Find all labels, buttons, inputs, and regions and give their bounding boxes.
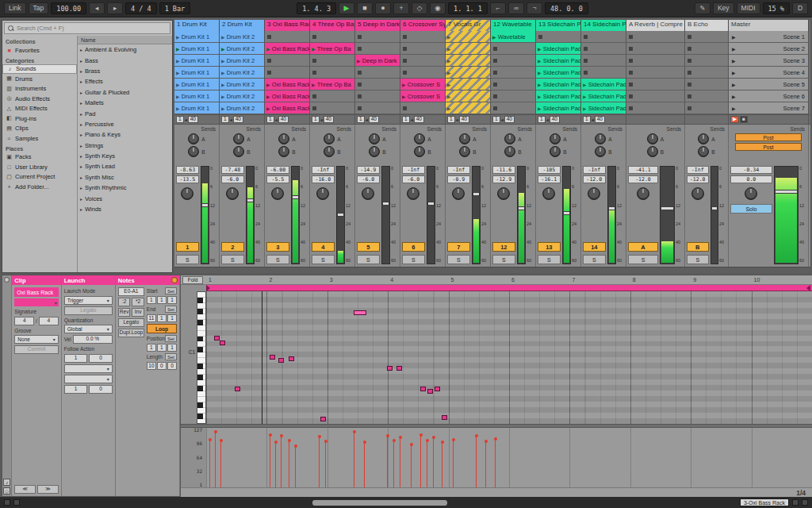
clip-play-icon[interactable]: ▶ bbox=[583, 106, 587, 111]
track-activator[interactable]: A bbox=[628, 242, 658, 252]
empty-slot-12-5[interactable] bbox=[491, 79, 536, 90]
expand-arrow-icon[interactable]: ▸ bbox=[80, 175, 82, 180]
clip-play-icon[interactable]: ▶ bbox=[221, 34, 225, 40]
beat-time-ruler[interactable]: Fold 12345678910 bbox=[181, 275, 812, 285]
link-button[interactable]: Link bbox=[4, 2, 26, 14]
expand-arrow-icon[interactable]: ▸ bbox=[80, 132, 82, 137]
list-item-synth-keys[interactable]: ▸Synth Keys bbox=[78, 151, 172, 161]
empty-slot-a-3[interactable] bbox=[626, 55, 685, 67]
stop-all-clips-button[interactable]: ■ bbox=[740, 116, 748, 123]
track-header-3[interactable]: 3 Oxi Bass Rack bbox=[265, 20, 310, 31]
session-horizontal-scrollbar[interactable] bbox=[174, 267, 810, 273]
volume-fader[interactable] bbox=[472, 166, 481, 264]
clip-slot-13-7[interactable]: ▶Sidechain Pad bbox=[536, 102, 581, 114]
send-knob-b[interactable] bbox=[595, 146, 606, 157]
clip-slot-1-1[interactable]: ▶Drum Kit 1 bbox=[174, 31, 220, 43]
clip-slot-1-7[interactable]: ▶Drum Kit 1 bbox=[174, 102, 220, 114]
midi-note[interactable] bbox=[396, 366, 402, 371]
list-item-brass[interactable]: ▸Brass bbox=[78, 66, 172, 76]
quantization-menu[interactable]: 1 Bar bbox=[159, 2, 191, 14]
sidebar-item-audio-effects[interactable]: ◎Audio Effects bbox=[2, 94, 77, 104]
io-value-box[interactable]: 40 bbox=[550, 116, 560, 123]
start-bar-field[interactable]: 1 bbox=[147, 296, 156, 304]
midi-channel-box[interactable]: 1 bbox=[312, 116, 320, 123]
empty-slot-b-1[interactable] bbox=[685, 31, 729, 43]
expand-arrow-icon[interactable]: ▸ bbox=[80, 47, 82, 52]
notes-box-icon[interactable]: ♪ bbox=[3, 479, 10, 486]
velocity-stem[interactable] bbox=[270, 435, 270, 487]
empty-slot-4-6[interactable] bbox=[310, 90, 355, 102]
empty-slot-5-5[interactable] bbox=[355, 79, 400, 90]
empty-slot-5-7[interactable] bbox=[355, 102, 400, 114]
white-key[interactable] bbox=[197, 303, 205, 309]
empty-slot-6-2[interactable] bbox=[400, 43, 446, 55]
empty-slot-3-3[interactable] bbox=[265, 55, 310, 67]
midi-channel-box[interactable]: 1 bbox=[447, 116, 455, 123]
clip-play-icon[interactable]: ▶ bbox=[176, 46, 180, 52]
draw-mode-button[interactable]: ✎ bbox=[695, 2, 710, 14]
clip-play-icon[interactable]: ▶ bbox=[221, 94, 225, 99]
clip-play-icon[interactable]: ▶ bbox=[583, 94, 587, 99]
white-key[interactable] bbox=[197, 391, 205, 397]
black-key[interactable] bbox=[197, 364, 205, 369]
expand-arrow-icon[interactable]: ▸ bbox=[80, 68, 82, 74]
capture-midi-button[interactable]: ◉ bbox=[430, 2, 446, 14]
send-knob-a[interactable] bbox=[550, 133, 561, 144]
expand-arrow-icon[interactable]: ▸ bbox=[80, 121, 82, 127]
loop-start-marker-icon[interactable] bbox=[206, 285, 210, 291]
velocity-stem[interactable] bbox=[215, 432, 216, 487]
clip-play-icon[interactable]: ▶ bbox=[221, 70, 225, 75]
clip-slot-1-5[interactable]: ▶Drum Kit 1 bbox=[174, 79, 220, 90]
sidebar-item-favorites[interactable]: ■Favorites bbox=[2, 45, 77, 56]
clip-slot-3-7[interactable]: ▶Oxi Bass Rack bbox=[265, 102, 310, 114]
clip-play-icon[interactable]: ▶ bbox=[221, 82, 225, 87]
track-activator[interactable]: 5 bbox=[357, 242, 380, 252]
clip-play-icon[interactable]: ▶ bbox=[221, 46, 225, 52]
empty-slot-12-4[interactable] bbox=[491, 67, 536, 79]
volume-field[interactable]: -13.5 bbox=[176, 175, 199, 183]
midi-channel-box[interactable]: 1 bbox=[583, 116, 591, 123]
volume-fader[interactable] bbox=[246, 166, 255, 264]
launch-mode-select[interactable]: Trigger▾ bbox=[64, 296, 113, 305]
fader-handle[interactable] bbox=[292, 195, 299, 199]
black-key[interactable] bbox=[197, 375, 205, 380]
track-header-14[interactable]: 14 Sidechain Pad bbox=[581, 20, 626, 31]
position-bar-field[interactable]: 1 bbox=[147, 344, 156, 352]
white-key[interactable] bbox=[197, 397, 205, 402]
volume-field[interactable]: -12.0 bbox=[628, 175, 658, 183]
clip-slot-1-2[interactable]: ▶Drum Kit 1 bbox=[174, 43, 220, 55]
clip-slot-14-6[interactable]: ▶Sidechain Pad bbox=[581, 90, 626, 102]
solo-button[interactable]: S bbox=[266, 255, 289, 264]
clip-play-icon[interactable]: ▶ bbox=[266, 106, 270, 111]
volume-fader[interactable] bbox=[710, 166, 719, 264]
back-to-arrangement-button[interactable]: ▶ bbox=[730, 116, 739, 123]
loop-brace[interactable] bbox=[206, 285, 812, 291]
fader-handle[interactable] bbox=[337, 213, 344, 217]
invert-notes-button[interactable]: Inv bbox=[132, 308, 144, 317]
volume-field[interactable]: -16.1 bbox=[538, 175, 561, 183]
search-input[interactable] bbox=[17, 25, 167, 32]
scene-slot-7[interactable]: ▶Scene 7 bbox=[729, 102, 809, 114]
empty-slot-4-4[interactable] bbox=[310, 67, 355, 79]
expand-arrow-icon[interactable]: ▸ bbox=[80, 143, 82, 148]
fader-handle[interactable] bbox=[775, 190, 798, 194]
clip-slot-12-1[interactable]: ▶Wavetable bbox=[491, 31, 536, 43]
fader-handle[interactable] bbox=[711, 206, 718, 210]
clip-play-icon[interactable]: ▶ bbox=[447, 106, 451, 111]
note-grid[interactable] bbox=[206, 291, 812, 424]
midi-note[interactable] bbox=[220, 341, 225, 345]
computer-midi-keyboard-button[interactable]: Key bbox=[713, 2, 734, 14]
nudge-forward-button[interactable]: ≫ bbox=[37, 485, 59, 494]
solo-cue-button[interactable]: Solo bbox=[730, 204, 772, 214]
clip-slot-6-5[interactable]: ▶Crossover S bbox=[400, 79, 446, 90]
velocity-stem[interactable] bbox=[442, 442, 442, 487]
clip-play-icon[interactable]: ▶ bbox=[447, 34, 451, 40]
pan-knob[interactable] bbox=[316, 187, 329, 200]
end-bar-field[interactable]: 11 bbox=[147, 314, 156, 322]
scene-slot-6[interactable]: ▶Scene 6 bbox=[729, 90, 809, 102]
velocity-stem[interactable] bbox=[364, 442, 365, 487]
editor-horizontal-scrollbar[interactable] bbox=[312, 500, 447, 506]
send-knob-a[interactable] bbox=[504, 133, 515, 144]
volume-field[interactable]: -5.5 bbox=[266, 175, 289, 183]
list-item-pad[interactable]: ▸Pad bbox=[78, 108, 172, 118]
